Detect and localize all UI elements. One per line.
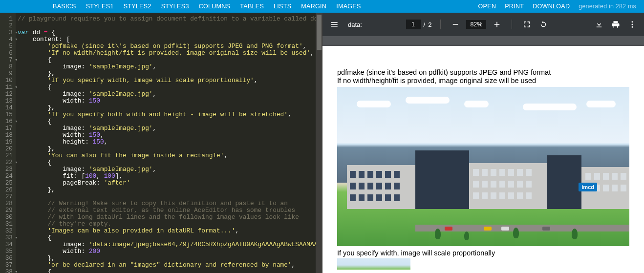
line-number: 22▾ [0,159,13,166]
menu-icon[interactable] [328,19,340,30]
code-line[interactable]: 'or be declared in an "images" dictionar… [18,262,316,269]
code-line[interactable]: }, [18,146,316,152]
code-line[interactable]: { [18,234,316,241]
line-number: 13 [0,98,13,105]
scrollbar-thumb[interactable] [317,15,322,50]
zoom-in-icon[interactable] [491,19,503,30]
editor-gutter: 123▾4▾567▾891011▾1213141516▾171819202122… [0,13,16,273]
line-number: 30 [0,214,13,221]
code-line[interactable]: 'pdfmake (since it\'s based on pdfkit) s… [18,43,316,50]
code-line[interactable]: pageBreak: 'after' [18,180,316,187]
code-line[interactable]: image: 'sampleImage.jpg', [18,166,316,173]
pdf-preview-pane: data: / 2 82% pdfmake (since it's based … [322,13,644,273]
code-line[interactable]: image: 'sampleImage.jpg', [18,125,316,132]
line-number: 37 [0,262,13,269]
code-line[interactable]: content: [ [18,36,316,43]
code-line[interactable]: // external text editor, as the online A… [18,207,316,214]
line-number: 7▾ [0,57,13,63]
example-tab-styles3[interactable]: STYLES3 [156,0,194,13]
line-number: 4▾ [0,36,13,43]
example-tab-columns[interactable]: COLUMNS [194,0,236,13]
generation-time: generated in 282 ms [579,3,636,10]
code-line[interactable]: { [18,118,316,125]
line-number: 2 [0,22,13,29]
line-number: 6 [0,50,13,57]
code-line[interactable]: 'If no width/height/fit is provided, ima… [18,50,316,57]
code-line[interactable]: }, [18,105,316,111]
code-line[interactable]: }, [18,187,316,193]
line-number: 18 [0,132,13,139]
code-line[interactable]: fit: [100, 100], [18,173,316,180]
editor-code-area[interactable]: // playground requires you to assign doc… [16,13,316,273]
line-number: 17 [0,125,13,132]
code-line[interactable]: }, [18,70,316,77]
code-line[interactable]: var dd = { [18,29,316,36]
code-line[interactable]: { [18,269,316,273]
code-line[interactable]: // playground requires you to assign doc… [18,16,316,22]
print-icon[interactable] [610,19,622,30]
code-line[interactable]: 'If you specify both width and height - … [18,111,316,118]
example-tab-tables[interactable]: TABLES [235,0,269,13]
code-line[interactable]: { [18,84,316,91]
line-number: 16▾ [0,118,13,125]
code-editor[interactable]: 123▾4▾567▾891011▾1213141516▾171819202122… [0,13,322,273]
example-tab-images[interactable]: IMAGES [331,0,365,13]
example-tab-styles1[interactable]: STYLES1 [81,0,119,13]
line-number: 5 [0,43,13,50]
code-line[interactable]: 'You can also fit the image inside a rec… [18,152,316,159]
print-action[interactable]: PRINT [505,3,524,10]
code-line[interactable]: height: 150, [18,139,316,146]
line-number: 9 [0,70,13,77]
pdf-page: pdfmake (since it's based on pdfkit) sup… [322,46,644,273]
code-line[interactable]: image: 'data:image/jpeg;base64,/9j/4RC5R… [18,241,316,248]
code-line[interactable]: // with long dataUrl lines and the follo… [18,214,316,221]
line-number: 32 [0,228,13,234]
code-line[interactable] [18,193,316,200]
line-number: 24 [0,173,13,180]
example-tab-margin[interactable]: MARGIN [296,0,331,13]
zoom-out-icon[interactable] [450,19,461,30]
line-number: 10 [0,77,13,84]
code-line[interactable]: // Warning! Make sure to copy this defin… [18,200,316,207]
fit-page-icon[interactable] [521,19,533,30]
line-number: 26 [0,187,13,193]
page-total: 2 [428,21,431,28]
line-number: 12 [0,91,13,98]
code-line[interactable]: { [18,159,316,166]
sample-image-small [337,258,410,270]
code-line[interactable]: width: 150 [18,98,316,105]
code-line[interactable] [18,22,316,29]
code-line[interactable]: }, [18,255,316,262]
download-action[interactable]: DOWNLOAD [533,3,570,10]
rotate-icon[interactable] [537,19,549,30]
download-icon[interactable] [593,19,605,30]
more-icon[interactable] [626,19,638,30]
line-number: 23 [0,166,13,173]
open-action[interactable]: OPEN [478,3,496,10]
code-line[interactable]: 'If you specify width, image will scale … [18,77,316,84]
pdf-page-area[interactable]: pdfmake (since it's based on pdfkit) sup… [322,36,644,273]
code-line[interactable]: width: 150, [18,132,316,139]
line-number: 25 [0,180,13,187]
code-line[interactable]: // they're empty. [18,221,316,228]
example-tabs: BASICSSTYLES1STYLES2STYLES3COLUMNSTABLES… [0,0,366,13]
code-line[interactable]: width: 200 [18,248,316,255]
page-indicator: / 2 [406,20,432,29]
editor-scrollbar[interactable] [316,13,322,273]
example-tab-styles2[interactable]: STYLES2 [119,0,156,13]
code-line[interactable]: image: 'sampleImage.jpg', [18,63,316,70]
code-line[interactable]: image: 'sampleImage.jpg', [18,91,316,98]
page-number-input[interactable] [406,20,421,29]
pdf-title: data: [348,21,362,28]
example-tab-basics[interactable]: BASICS [48,0,81,13]
example-tab-lists[interactable]: LISTS [269,0,296,13]
zoom-level[interactable]: 82% [466,20,486,29]
line-number: 34 [0,241,13,248]
code-line[interactable]: 'Images can be also provided in dataURL … [18,228,316,234]
line-number: 36 [0,255,13,262]
line-number: 21 [0,152,13,159]
pdf-toolbar: data: / 2 82% [322,13,644,36]
line-number: 38▾ [0,269,13,273]
code-line[interactable]: { [18,57,316,63]
line-number: 28 [0,200,13,207]
